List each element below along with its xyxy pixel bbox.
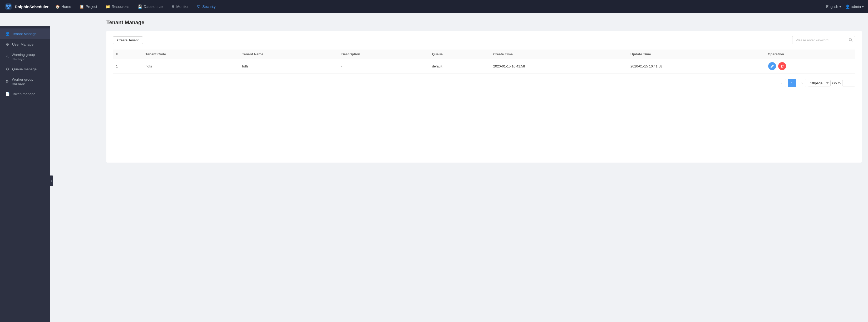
page-size-select[interactable]: 10/page 20/page 50/page 100/page (808, 80, 831, 86)
toolbar: Create Tenant (113, 36, 855, 44)
nav-resources[interactable]: 📁 Resources (102, 3, 133, 10)
sidebar-item-tenant-manage[interactable]: 👤 Tenant Manage (0, 28, 50, 39)
sidebar-item-worker-group[interactable]: ⚙ Worker group manage (0, 74, 50, 89)
col-number: # (113, 50, 143, 59)
cell-queue: default (429, 59, 490, 74)
logo: DolphinScheduler (4, 2, 52, 11)
worker-icon: ⚙ (5, 79, 9, 84)
nav-monitor[interactable]: 🖥 Monitor (167, 3, 192, 10)
page-1-button[interactable]: 1 (788, 79, 796, 87)
token-icon: 📄 (5, 92, 9, 96)
search-button[interactable] (846, 36, 855, 44)
queue-icon: ⚙ (5, 67, 9, 71)
nav-project[interactable]: 📋 Project (76, 3, 101, 10)
cell-description: - (338, 59, 429, 74)
col-update-time: Update Time (627, 50, 765, 59)
project-icon: 📋 (80, 4, 84, 9)
svg-line-8 (851, 40, 852, 41)
table-row: 1 hdfs hdfs - default 2020-01-15 10:41:5… (113, 59, 855, 74)
logo-icon (4, 2, 13, 11)
tenant-icon: 👤 (5, 32, 9, 36)
nav-security[interactable]: 🛡 Security (193, 3, 219, 10)
user-chevron-icon: ▾ (862, 4, 864, 9)
cell-update-time: 2020-01-15 10:41:58 (627, 59, 765, 74)
col-create-time: Create Time (490, 50, 627, 59)
content-card: Create Tenant # Tenant Code (106, 31, 862, 163)
user-menu[interactable]: 👤 admin ▾ (845, 4, 864, 9)
sidebar: 👤 Tenant Manage ⚙ User Manage ⚠ Warning … (0, 26, 50, 322)
table-body: 1 hdfs hdfs - default 2020-01-15 10:41:5… (113, 59, 855, 74)
home-icon: 🏠 (55, 4, 60, 9)
delete-icon (781, 64, 784, 68)
warning-icon: ⚠ (5, 55, 9, 59)
goto-input[interactable] (842, 80, 855, 86)
main-content: Tenant Manage Create Tenant (100, 13, 868, 322)
col-description: Description (338, 50, 429, 59)
layout: 👤 Tenant Manage ⚙ User Manage ⚠ Warning … (0, 13, 868, 322)
page-title: Tenant Manage (106, 20, 862, 26)
search-icon (849, 38, 852, 41)
monitor-icon: 🖥 (171, 4, 175, 9)
cell-operation (765, 59, 855, 74)
cell-id: 1 (113, 59, 143, 74)
user-icon: 👤 (845, 4, 850, 9)
create-tenant-button[interactable]: Create Tenant (113, 36, 143, 44)
cell-create-time: 2020-01-15 10:41:58 (490, 59, 627, 74)
language-selector[interactable]: English ▾ (826, 4, 841, 9)
delete-button[interactable] (778, 62, 786, 70)
user-manage-icon: ⚙ (5, 42, 9, 47)
nav-home[interactable]: 🏠 Home (52, 3, 75, 10)
col-operation: Operation (765, 50, 855, 59)
col-tenant-code: Tenant Code (143, 50, 239, 59)
edit-button[interactable] (768, 62, 776, 70)
next-page-button[interactable]: › (798, 79, 806, 87)
sidebar-item-queue[interactable]: ⚙ Queue manage (0, 64, 50, 74)
nav-menu: 🏠 Home 📋 Project 📁 Resources 💾 Datasourc… (52, 3, 826, 10)
nav-right: English ▾ 👤 admin ▾ (826, 4, 864, 9)
top-navigation: DolphinScheduler 🏠 Home 📋 Project 📁 Reso… (0, 0, 868, 13)
table-header: # Tenant Code Tenant Name Description Qu… (113, 50, 855, 59)
sidebar-item-warning-group[interactable]: ⚠ Warning group manage (0, 50, 50, 64)
pagination: ‹ 1 › 10/page 20/page 50/page 100/page G… (113, 79, 855, 87)
search-input[interactable] (793, 37, 846, 44)
sidebar-collapse-button[interactable]: ‹ (50, 175, 53, 186)
prev-page-button[interactable]: ‹ (778, 79, 786, 87)
cell-tenant-code: hdfs (143, 59, 239, 74)
edit-icon (771, 64, 774, 68)
app-name: DolphinScheduler (15, 4, 49, 9)
datasource-icon: 💾 (138, 4, 142, 9)
sidebar-item-token[interactable]: 📄 Token manage (0, 89, 50, 99)
resources-icon: 📁 (105, 4, 110, 9)
security-icon: 🛡 (197, 4, 201, 9)
cell-tenant-name: hdfs (239, 59, 338, 74)
col-tenant-name: Tenant Name (239, 50, 338, 59)
col-queue: Queue (429, 50, 490, 59)
nav-datasource[interactable]: 💾 Datasource (134, 3, 166, 10)
search-box (792, 36, 855, 44)
goto-label: Go to (832, 81, 841, 85)
sidebar-item-user-manage[interactable]: ⚙ User Manage (0, 39, 50, 50)
tenant-table: # Tenant Code Tenant Name Description Qu… (113, 50, 855, 74)
chevron-down-icon: ▾ (839, 4, 841, 9)
